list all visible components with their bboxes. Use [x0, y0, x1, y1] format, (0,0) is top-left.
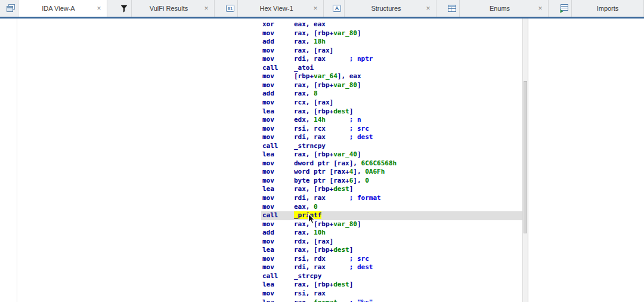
- close-icon[interactable]: ✕: [424, 5, 432, 11]
- structures-icon[interactable]: A: [330, 0, 344, 17]
- asm-line[interactable]: xor eax, eax: [261, 20, 522, 29]
- asm-line[interactable]: mov rax, [rbp+var_80]: [261, 81, 522, 90]
- asm-line[interactable]: call _strncpy: [261, 142, 522, 151]
- hex-view-icon[interactable]: 01: [223, 0, 237, 17]
- asm-mnemonic: mov: [262, 133, 294, 141]
- asm-mnemonic: add: [262, 90, 294, 97]
- tab-label: Hex View-1: [242, 5, 311, 12]
- asm-mnemonic: mov: [262, 29, 294, 37]
- empty-panel: [529, 19, 644, 302]
- asm-mnemonic: lea: [262, 298, 294, 302]
- asm-mnemonic: mov: [262, 194, 294, 202]
- tab-hex-view-1[interactable]: Hex View-1✕: [237, 0, 324, 17]
- asm-mnemonic: add: [262, 38, 294, 45]
- enums-icon[interactable]: [445, 0, 459, 17]
- asm-line[interactable]: lea rax, [rbp+var_40]: [261, 150, 522, 159]
- asm-line[interactable]: mov rax, [rbp+var_80]: [261, 29, 522, 38]
- asm-line[interactable]: mov dword ptr [rax], 6C6C6568h: [261, 159, 522, 168]
- filter-funnel-icon[interactable]: [117, 0, 131, 17]
- asm-mnemonic: mov: [262, 98, 294, 106]
- asm-mnemonic: mov: [262, 238, 294, 245]
- asm-line[interactable]: mov word ptr [rax+4], 0A6Fh: [261, 168, 522, 177]
- asm-mnemonic: mov: [262, 72, 294, 80]
- asm-line[interactable]: mov rdi, rax ; format: [261, 194, 522, 203]
- asm-mnemonic: mov: [262, 47, 294, 54]
- asm-mnemonic: mov: [262, 55, 294, 63]
- close-icon[interactable]: ✕: [202, 5, 210, 11]
- disassembly-view[interactable]: mov eax, 0xor eax, eaxmov rax, [rbp+var_…: [17, 19, 522, 302]
- asm-mnemonic: mov: [262, 168, 294, 175]
- asm-line[interactable]: mov byte ptr [rax+6], 0: [261, 177, 522, 186]
- asm-line[interactable]: lea rax, [rbp+dest]: [261, 107, 522, 116]
- asm-line[interactable]: mov rdi, rax ; dest: [261, 133, 522, 142]
- asm-mnemonic: mov: [262, 19, 294, 20]
- asm-mnemonic: lea: [262, 246, 294, 254]
- asm-line[interactable]: mov [rbp+var_64], eax: [261, 72, 522, 81]
- asm-line[interactable]: mov rsi, rax: [261, 289, 522, 298]
- asm-mnemonic: mov: [262, 203, 294, 211]
- asm-line[interactable]: mov eax, 0: [261, 203, 522, 212]
- asm-line[interactable]: mov edx, 14h ; n: [261, 116, 522, 125]
- asm-line[interactable]: call _strcpy: [261, 272, 522, 281]
- tab-label: Imports: [575, 5, 640, 12]
- asm-line[interactable]: lea rax, [rbp+dest]: [261, 246, 522, 255]
- asm-line[interactable]: lea rax, [rbp+dest]: [261, 185, 522, 194]
- asm-mnemonic: mov: [262, 159, 294, 167]
- tab-imports[interactable]: Imports: [571, 0, 644, 17]
- tab-label: Enums: [463, 5, 536, 12]
- asm-mnemonic: call: [262, 211, 294, 219]
- asm-mnemonic: mov: [262, 289, 294, 297]
- asm-line[interactable]: mov rdi, rax ; dest: [261, 263, 522, 272]
- asm-mnemonic: lea: [262, 281, 294, 288]
- asm-line[interactable]: mov rcx, [rax]: [261, 98, 522, 107]
- asm-line[interactable]: mov rdi, rax ; nptr: [261, 55, 522, 64]
- vertical-scrollbar[interactable]: [522, 19, 528, 302]
- asm-line[interactable]: mov rax, [rax]: [261, 47, 522, 56]
- asm-line[interactable]: mov rsi, rdx ; src: [261, 255, 522, 264]
- tab-bar: IDA View-A✕VulFi Results✕01Hex View-1✕AS…: [0, 0, 644, 19]
- asm-mnemonic: mov: [262, 220, 294, 228]
- asm-mnemonic: add: [262, 229, 294, 236]
- asm-mnemonic: call: [262, 64, 294, 72]
- asm-mnemonic: lea: [262, 150, 294, 158]
- ida-view-icon[interactable]: [4, 0, 18, 17]
- asm-mnemonic: mov: [262, 177, 294, 184]
- close-icon[interactable]: ✕: [536, 5, 544, 11]
- asm-line[interactable]: lea rax, [rbp+dest]: [261, 281, 522, 289]
- asm-line[interactable]: call _printf: [261, 211, 522, 220]
- asm-line[interactable]: add rax, 8: [261, 90, 522, 98]
- imports-icon[interactable]: [557, 0, 571, 17]
- tab-enums[interactable]: Enums✕: [459, 0, 549, 17]
- asm-line[interactable]: add rax, 18h: [261, 38, 522, 47]
- close-icon[interactable]: ✕: [311, 5, 320, 11]
- svg-text:01: 01: [228, 7, 233, 11]
- tab-label: VulFi Results: [135, 5, 202, 12]
- disassembly-lines: mov eax, 0xor eax, eaxmov rax, [rbp+var_…: [17, 19, 522, 302]
- tab-label: IDA View-A: [22, 5, 95, 12]
- asm-line[interactable]: mov rsi, rcx ; src: [261, 125, 522, 134]
- asm-line[interactable]: add rax, 10h: [261, 229, 522, 238]
- asm-mnemonic: mov: [262, 255, 294, 263]
- asm-line[interactable]: lea rax, format ; "%s": [261, 298, 522, 302]
- scrollbar-thumb[interactable]: [524, 81, 527, 233]
- asm-mnemonic: xor: [262, 20, 294, 28]
- close-icon[interactable]: ✕: [95, 5, 103, 11]
- tab-ida-view-a[interactable]: IDA View-A✕: [18, 0, 107, 17]
- tab-vulfi-results[interactable]: VulFi Results✕: [131, 0, 215, 17]
- asm-line[interactable]: mov rax, [rbp+var_80]: [261, 220, 522, 229]
- asm-line[interactable]: call _atoi: [261, 64, 522, 73]
- asm-mnemonic: lea: [262, 185, 294, 193]
- tab-label: Structures: [348, 5, 424, 12]
- asm-mnemonic: mov: [262, 263, 294, 271]
- asm-mnemonic: call: [262, 142, 294, 150]
- tab-structures[interactable]: Structures✕: [344, 0, 436, 17]
- asm-line[interactable]: mov rdx, [rax]: [261, 238, 522, 246]
- asm-mnemonic: mov: [262, 81, 294, 89]
- svg-text:A: A: [335, 5, 339, 11]
- asm-mnemonic: mov: [262, 116, 294, 124]
- asm-mnemonic: call: [262, 272, 294, 280]
- asm-mnemonic: mov: [262, 125, 294, 132]
- asm-mnemonic: lea: [262, 107, 294, 115]
